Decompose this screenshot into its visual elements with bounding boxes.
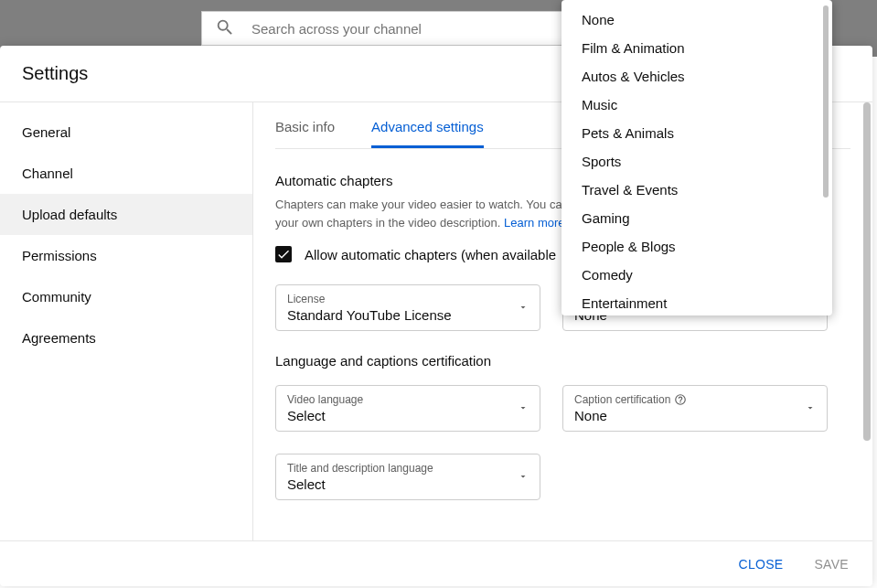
video-language-label: Video language — [287, 393, 529, 406]
checkbox-checked-icon[interactable] — [275, 246, 292, 262]
sidebar-item-permissions[interactable]: Permissions — [0, 235, 252, 276]
caption-cert-label: Caption certification — [574, 393, 816, 406]
dropdown-scrollbar[interactable] — [823, 5, 829, 198]
title-language-value: Select — [287, 476, 529, 492]
video-language-value: Select — [287, 408, 529, 423]
chevron-down-icon — [518, 469, 529, 486]
dropdown-option-people-blogs[interactable]: People & Blogs — [561, 232, 832, 261]
search-icon — [215, 17, 251, 40]
sidebar-item-channel[interactable]: Channel — [0, 153, 252, 194]
video-language-field[interactable]: Video language Select — [275, 385, 540, 432]
title-language-field[interactable]: Title and description language Select — [275, 454, 540, 500]
save-button[interactable]: SAVE — [808, 550, 854, 579]
search-placeholder: Search across your channel — [251, 21, 422, 37]
caption-cert-value: None — [574, 408, 816, 423]
sidebar-item-general[interactable]: General — [0, 112, 252, 153]
dropdown-option-pets-animals[interactable]: Pets & Animals — [561, 119, 832, 147]
sidebar-item-community[interactable]: Community — [0, 276, 252, 317]
dropdown-option-autos-vehicles[interactable]: Autos & Vehicles — [561, 62, 832, 91]
tab-advanced-settings[interactable]: Advanced settings — [371, 119, 484, 148]
dialog-title: Settings — [22, 63, 88, 84]
help-icon[interactable] — [674, 393, 687, 406]
sidebar-item-upload-defaults[interactable]: Upload defaults — [0, 194, 252, 235]
dialog-footer: CLOSE SAVE — [0, 540, 872, 586]
license-value: Standard YouTube License — [287, 307, 529, 323]
learn-more-link[interactable]: Learn more — [504, 216, 564, 230]
language-section-title: Language and captions certification — [275, 353, 850, 369]
content-scrollbar[interactable] — [863, 102, 871, 441]
chevron-down-icon — [518, 401, 529, 417]
dropdown-option-entertainment[interactable]: Entertainment — [561, 289, 832, 315]
license-field[interactable]: License Standard YouTube License — [275, 284, 540, 331]
chevron-down-icon — [805, 401, 816, 417]
dropdown-option-comedy[interactable]: Comedy — [561, 261, 832, 289]
settings-sidebar: GeneralChannelUpload defaultsPermissions… — [0, 102, 253, 540]
dropdown-option-none[interactable]: None — [561, 5, 832, 34]
chevron-down-icon — [518, 300, 529, 316]
dropdown-option-sports[interactable]: Sports — [561, 147, 832, 176]
title-language-label: Title and description language — [287, 462, 529, 475]
dropdown-option-travel-events[interactable]: Travel & Events — [561, 176, 832, 204]
dropdown-option-film-animation[interactable]: Film & Animation — [561, 34, 832, 62]
sidebar-item-agreements[interactable]: Agreements — [0, 317, 252, 358]
checkbox-label: Allow automatic chapters (when available — [305, 247, 556, 262]
dropdown-option-music[interactable]: Music — [561, 91, 832, 119]
category-dropdown[interactable]: NoneFilm & AnimationAutos & VehiclesMusi… — [561, 0, 832, 315]
close-button[interactable]: CLOSE — [733, 550, 789, 579]
caption-cert-field[interactable]: Caption certification None — [562, 385, 828, 432]
dropdown-option-gaming[interactable]: Gaming — [561, 204, 832, 232]
license-label: License — [287, 293, 529, 305]
tab-basic-info[interactable]: Basic info — [275, 119, 335, 148]
